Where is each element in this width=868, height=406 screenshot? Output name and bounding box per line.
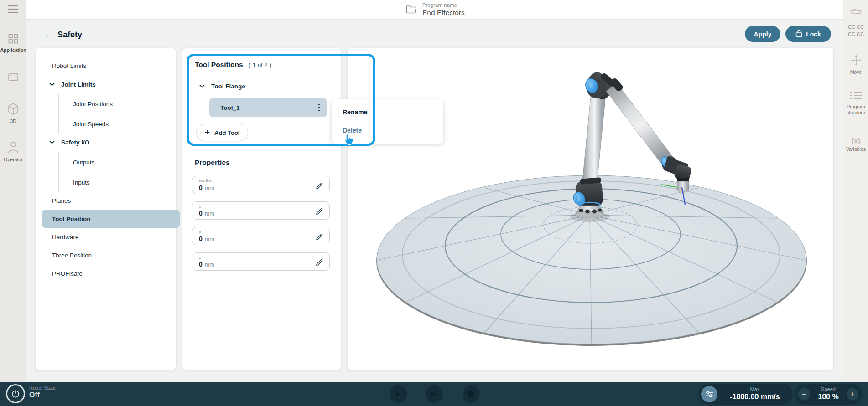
lock-label: Lock (806, 31, 821, 38)
safety-nav-panel: Robot Limits Joint Limits Joint Position… (36, 48, 176, 370)
stop-button[interactable] (463, 385, 480, 403)
field-label: y (199, 229, 201, 234)
tool-positions-count: ( 1 of 2 ) (249, 62, 271, 68)
window-icon (8, 73, 18, 83)
right-sidebar: CC CC CC CC Move Program structure {x} V… (843, 0, 868, 382)
nav-label: Joint Positions (73, 101, 113, 108)
rail-item-program-structure[interactable]: Program structure (843, 91, 868, 115)
properties-title: Properties (195, 159, 230, 167)
apply-button[interactable]: Apply (745, 26, 780, 42)
tool-context-menu: Rename Delete (332, 99, 443, 144)
sidebar-item-3d[interactable]: 3D (0, 103, 26, 124)
lock-icon (795, 30, 802, 39)
speed-minus-button[interactable]: − (798, 388, 810, 400)
move-icon (851, 55, 862, 67)
back-arrow-icon[interactable]: ← (44, 29, 54, 40)
nav-item-hardware[interactable]: Hardware (42, 228, 180, 246)
page-title: Safety (57, 30, 82, 40)
nav-label: Inputs (73, 179, 90, 186)
tool-positions-header: Tool Positions ( 1 of 2 ) (195, 61, 271, 69)
edit-pencil-icon[interactable] (315, 180, 324, 191)
tool-name: Tool_1 (220, 104, 240, 111)
nav-label: Joint Speeds (73, 121, 109, 128)
nav-label: Tool Position (52, 216, 91, 222)
speed-control: − Speed 100 % + (795, 384, 862, 405)
menu-item-delete[interactable]: Delete (343, 127, 362, 134)
step-icon (431, 391, 438, 398)
robot-3d-scene (348, 48, 833, 370)
program-info[interactable]: Program name End Effectors (406, 2, 465, 17)
tool-row-tool-1[interactable]: Tool_1 (209, 98, 327, 117)
speed-value: 100 % (813, 392, 844, 401)
tool-positions-title: Tool Positions (195, 61, 243, 68)
rail-item-move[interactable]: Move (843, 55, 868, 75)
nav-item-safety-io[interactable]: Safety I/O (42, 133, 177, 151)
add-tool-label: Add Tool (214, 129, 239, 136)
chevron-down-icon (199, 84, 205, 88)
nav-item-planes[interactable]: Planes (42, 191, 180, 210)
nav-label: Robot Limits (52, 62, 86, 69)
sidebar-label: Application (0, 47, 26, 53)
nav-item-tool-position[interactable]: Tool Position (42, 210, 180, 228)
edit-pencil-icon[interactable] (315, 206, 324, 216)
max-label: Max (721, 386, 789, 392)
nav-label: Hardware (52, 234, 79, 241)
x-field[interactable]: x 0mm (192, 201, 330, 220)
sidebar-item-window[interactable] (0, 73, 26, 83)
max-value: -1000.00 mm/s (721, 392, 789, 401)
nav-item-outputs[interactable]: Outputs (42, 153, 201, 171)
field-value: 0mm (199, 235, 214, 242)
tool-flange-group[interactable]: Tool Flange (199, 81, 245, 92)
kebab-menu-icon[interactable] (317, 102, 322, 113)
speed-plus-button[interactable]: + (847, 388, 858, 400)
rail-item-variables[interactable]: {x} Variables (843, 137, 868, 152)
sidebar-item-operator[interactable]: Operator (0, 141, 26, 162)
play-button[interactable] (390, 385, 407, 403)
nav-item-joint-limits[interactable]: Joint Limits (42, 75, 177, 93)
speed-settings-button[interactable] (701, 386, 717, 402)
step-button[interactable] (426, 385, 443, 403)
z-field[interactable]: z 0mm (192, 252, 330, 271)
cc-text-top: CC CC (843, 24, 868, 30)
sliders-icon (705, 391, 713, 398)
nav-item-joint-speeds[interactable]: Joint Speeds (42, 115, 201, 133)
nav-label: Planes (52, 197, 71, 204)
chevron-down-icon (49, 140, 55, 144)
lock-button[interactable]: Lock (785, 26, 831, 42)
rail-label: Variables (843, 146, 868, 152)
hand-guide-icon[interactable] (850, 6, 862, 19)
nav-item-robot-limits[interactable]: Robot Limits (42, 57, 180, 75)
robot-state-value: Off (29, 391, 40, 399)
chevron-down-icon (49, 82, 55, 86)
nav-item-joint-positions[interactable]: Joint Positions (42, 95, 201, 113)
grid-icon (8, 34, 18, 46)
y-field[interactable]: y 0mm (192, 227, 330, 245)
3d-viewport[interactable] (348, 48, 833, 370)
menu-item-rename[interactable]: Rename (343, 108, 367, 116)
rail-label: Program structure (843, 104, 868, 115)
add-tool-button[interactable]: + Add Tool (196, 124, 248, 141)
sidebar-item-application[interactable]: Application (0, 34, 26, 53)
radius-field[interactable]: Radius 0mm (192, 176, 330, 194)
person-icon (8, 141, 19, 155)
field-label: z (199, 255, 201, 260)
edit-pencil-icon[interactable] (315, 231, 324, 242)
folder-icon (406, 5, 417, 15)
cube-icon (8, 103, 19, 117)
power-button[interactable] (6, 384, 25, 403)
nav-label: Three Position (52, 252, 92, 259)
power-icon (11, 390, 20, 398)
tool-positions-panel: Tool Positions ( 1 of 2 ) Tool Flange To… (182, 48, 341, 370)
speed-label: Speed (813, 386, 844, 392)
nav-item-three-position[interactable]: Three Position (42, 246, 180, 264)
sidebar-label: Operator (4, 157, 22, 162)
hamburger-menu-icon[interactable] (8, 5, 19, 15)
max-speed-control: Max -1000.00 mm/s (699, 384, 793, 405)
tree-guide-line (203, 97, 203, 118)
plus-icon: + (205, 128, 210, 138)
nav-item-profisafe[interactable]: PROFIsafe (42, 264, 180, 283)
nav-label: Joint Limits (61, 81, 96, 88)
nav-item-inputs[interactable]: Inputs (42, 173, 201, 191)
tool-flange-label: Tool Flange (211, 83, 245, 90)
edit-pencil-icon[interactable] (315, 257, 324, 267)
